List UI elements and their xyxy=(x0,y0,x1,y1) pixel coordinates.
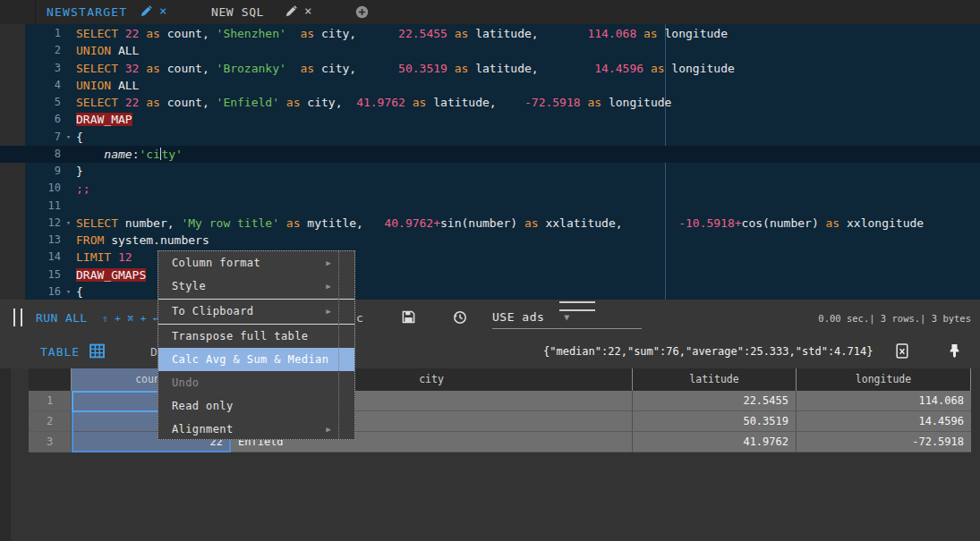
menu-item-alignment[interactable]: Alignment▶ xyxy=(158,418,354,441)
aggregate-stats-json: {"median":22,"sum":76,"average":25.333,"… xyxy=(543,345,873,358)
menu-item-calc-avg-sum-median[interactable]: Calc Avg & Sum & Median xyxy=(158,348,354,371)
close-tab-icon[interactable]: × xyxy=(159,4,166,18)
token: as xyxy=(286,96,301,109)
row-number[interactable]: 2 xyxy=(29,411,72,432)
code-line-10[interactable]: 10;; xyxy=(25,180,980,197)
line-number: 9 xyxy=(25,163,61,180)
close-tab-icon[interactable]: × xyxy=(304,4,311,18)
menu-item-style[interactable]: Style▶ xyxy=(158,275,354,298)
splitter-drag-handle[interactable] xyxy=(13,309,22,326)
table-grid-icon[interactable] xyxy=(89,343,105,359)
line-number: 10 xyxy=(25,180,61,197)
cell-r3-longitude[interactable]: -72.5918 xyxy=(797,432,971,452)
code-line-4[interactable]: 4UNION ALL xyxy=(25,77,980,94)
export-excel-icon[interactable] xyxy=(895,343,909,359)
token: count, xyxy=(160,27,217,40)
code-text: } xyxy=(76,163,83,180)
line-number: 12 xyxy=(25,215,61,232)
pin-icon[interactable] xyxy=(949,343,960,359)
code-line-2[interactable]: 2UNION ALL xyxy=(25,42,980,59)
menu-item-column-format[interactable]: Column format▶ xyxy=(158,251,354,275)
code-text: { xyxy=(76,129,83,146)
token xyxy=(636,27,643,40)
run-all-button[interactable]: RUN ALL ⇧ + ⌘ + ↩ xyxy=(36,311,159,325)
token: ALL xyxy=(111,79,139,92)
fold-gutter xyxy=(61,94,76,111)
code-text: DRAW_GMAPS xyxy=(76,266,146,283)
history-icon[interactable] xyxy=(453,310,467,325)
code-line-6[interactable]: 6DRAW_MAP xyxy=(25,111,980,128)
use-database-dropdown[interactable]: USE ads▼ xyxy=(492,310,570,324)
token: as xyxy=(455,62,469,75)
cell-r2-longitude[interactable]: 14.4596 xyxy=(797,411,971,432)
rename-tab-icon[interactable] xyxy=(285,5,297,18)
menu-item-label: Read only xyxy=(172,400,234,412)
code-line-9[interactable]: 9} xyxy=(25,163,980,180)
tab-newstarget[interactable]: NEWSTARGET xyxy=(47,5,127,19)
tab-new-sql[interactable]: NEW SQL xyxy=(211,5,264,19)
column-header-longitude[interactable]: longitude xyxy=(797,368,971,391)
token: SELECT xyxy=(76,96,118,109)
token: as xyxy=(301,27,315,40)
column-header-latitude[interactable]: latitude xyxy=(633,368,797,391)
token: as xyxy=(413,96,427,109)
menu-item-transpose-full-table[interactable]: Transpose full table xyxy=(158,325,354,348)
cell-r2-latitude[interactable]: 50.3519 xyxy=(633,411,797,432)
cell-r1-latitude[interactable]: 22.5455 xyxy=(633,391,797,411)
menu-item-to-clipboard[interactable]: To Clipboard▶ xyxy=(158,300,354,323)
token: longitude xyxy=(601,96,671,109)
row-number[interactable]: 3 xyxy=(29,432,72,452)
code-text: FROM system.numbers xyxy=(76,232,209,249)
token: count, xyxy=(160,96,217,109)
token xyxy=(111,250,118,264)
token xyxy=(286,62,301,75)
run-all-shortcut: ⇧ + ⌘ + ↩ xyxy=(102,313,159,325)
fold-arrow-icon[interactable]: ▾ xyxy=(61,215,76,232)
token: latitude, xyxy=(426,96,524,109)
code-line-12[interactable]: 12▾SELECT number, 'My row title' as myti… xyxy=(25,215,980,232)
tab-table[interactable]: TABLE xyxy=(40,345,80,359)
token: as xyxy=(651,62,665,75)
token: as xyxy=(146,62,160,75)
cell-r1-longitude[interactable]: 114.068 xyxy=(797,391,971,411)
code-line-13[interactable]: 13FROM system.numbers xyxy=(25,232,980,249)
code-line-11[interactable]: 11 xyxy=(25,198,980,215)
code-line-5[interactable]: 5SELECT 22 as count, 'Enfield' as city, … xyxy=(25,94,980,111)
token xyxy=(447,27,455,40)
cell-r3-latitude[interactable]: 41.9762 xyxy=(633,432,797,452)
token: xxlongitude xyxy=(839,216,924,230)
token: as xyxy=(146,96,160,109)
add-tab-icon[interactable] xyxy=(355,5,369,19)
code-line-3[interactable]: 3SELECT 32 as count, 'Brozanky' as city,… xyxy=(25,60,980,77)
sql-editor[interactable]: 1SELECT 22 as count, 'Shenzhen' as city,… xyxy=(0,24,980,300)
token: LIMIT xyxy=(76,250,111,264)
code-text: LIMIT 12 xyxy=(76,249,132,266)
line-number: 15 xyxy=(25,266,61,283)
code-line-7[interactable]: 7▾{ xyxy=(25,129,980,146)
code-text: { xyxy=(76,283,83,300)
use-dropdown-underline xyxy=(492,328,642,329)
code-line-8[interactable]: 8 name:'city' xyxy=(0,146,980,163)
fold-arrow-icon[interactable]: ▾ xyxy=(61,129,76,146)
code-text: SELECT number, 'My row title' as mytitle… xyxy=(76,215,924,232)
fold-arrow-icon[interactable]: ▾ xyxy=(61,283,76,300)
token: mytitle, xyxy=(300,216,384,230)
code-text: name:'city' xyxy=(76,146,183,163)
save-icon[interactable] xyxy=(402,310,415,324)
code-line-1[interactable]: 1SELECT 22 as count, 'Shenzhen' as city,… xyxy=(25,25,980,42)
token: 40.9762+ xyxy=(384,216,440,230)
token: SELECT xyxy=(76,27,118,40)
line-number: 1 xyxy=(25,25,61,42)
menu-item-read-only[interactable]: Read only xyxy=(158,394,354,418)
fold-gutter xyxy=(61,25,76,42)
rename-tab-icon[interactable] xyxy=(140,5,152,18)
token: city, xyxy=(314,27,398,40)
row-number[interactable]: 1 xyxy=(29,391,72,411)
query-toolbar: RUN ALL ⇧ + ⌘ + ↩ c USE ads▼ 0.00 sec.| … xyxy=(0,300,980,335)
context-menu: Column format▶Style▶To Clipboard▶Transpo… xyxy=(158,250,355,440)
menu-item-label: Transpose full table xyxy=(172,330,309,342)
token: as xyxy=(286,216,301,230)
token: UNION xyxy=(76,79,111,92)
token: } xyxy=(76,165,83,178)
menu-item-label: Calc Avg & Sum & Median xyxy=(172,353,328,366)
